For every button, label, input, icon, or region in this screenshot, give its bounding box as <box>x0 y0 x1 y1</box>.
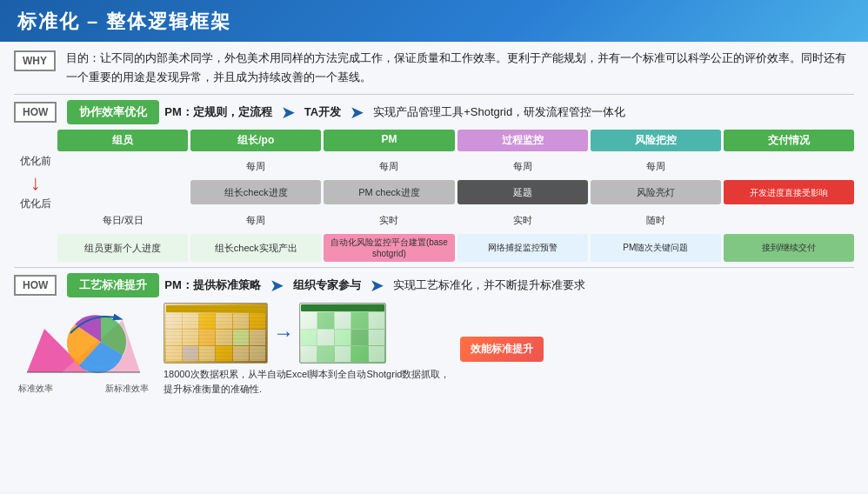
wf-bc2: 组长check进度 <box>190 180 321 204</box>
wf-bt5: 每周 <box>591 154 721 178</box>
screenshot-box: → <box>164 303 386 364</box>
wf-h4: 过程监控 <box>457 130 588 151</box>
wf-at5: 随时 <box>591 208 721 232</box>
divider1 <box>14 94 854 95</box>
wf-before-times: 每周 每周 每周 每周 <box>57 154 854 178</box>
caption: 18000次数据积累，从半自动Excel脚本到全自动Shotgrid数据抓取， … <box>164 367 450 396</box>
chart-label2: 新标准效率 <box>105 383 149 395</box>
wf-ac2: 组长check实现产出 <box>190 234 321 262</box>
wf-at1: 每日/双日 <box>57 208 188 232</box>
wf-bc4: 延题 <box>457 180 588 204</box>
header: 标准化 – 整体逻辑框架 <box>0 0 868 42</box>
wf-header-row: 组员 组长/po PM 过程监控 风险把控 交付情况 <box>57 130 854 151</box>
workflow-grid: 组员 组长/po PM 过程监控 风险把控 交付情况 每周 每周 每周 每周 <box>57 130 854 262</box>
wf-bt1 <box>57 154 188 178</box>
how1-section: HOW 协作效率优化 PM：定规则，定流程 ➤ TA开发 ➤ 实现产品管理工具+… <box>14 100 854 124</box>
arrow-down-icon: ↓ <box>14 172 57 193</box>
how2-section: HOW 工艺标准提升 PM：提供标准策略 ➤ 组织专家参与 ➤ 实现工艺标准化，… <box>14 273 854 297</box>
how2-pm: PM：提供标准策略 <box>164 277 261 293</box>
wf-ac6: 接到/继续交付 <box>724 234 854 262</box>
workflow-left-labels: 优化前 ↓ 优化后 <box>14 130 57 262</box>
wf-ac1: 组员更新个人进度 <box>57 234 188 262</box>
wf-ac5: PM随次关键问题 <box>591 234 721 262</box>
wf-ac3: 自动化风险监控平台建置(base shotgrid) <box>324 234 454 262</box>
chart-area: 标准效率 新标准效率 <box>14 303 153 395</box>
screenshot-area: → <box>164 303 450 396</box>
how2-result: 实现工艺标准化，并不断提升标准要求 <box>393 277 585 293</box>
wf-bt6 <box>724 154 854 178</box>
how2-expert: 组织专家参与 <box>293 277 361 293</box>
wf-after-times: 每日/双日 每周 实时 实时 随时 <box>57 208 854 232</box>
arrow1: ➤ <box>281 102 296 123</box>
wf-h6: 交付情况 <box>724 130 854 151</box>
wf-ac4: 网络捕捉监控预警 <box>457 234 588 262</box>
after-label: 优化后 <box>14 197 57 211</box>
workflow-container: 优化前 ↓ 优化后 组员 组长/po PM 过程监控 风险把控 交付情况 <box>14 130 854 262</box>
how1-badge: 协作效率优化 <box>67 100 159 124</box>
how2-badge: 工艺标准提升 <box>67 273 159 297</box>
wf-bt3: 每周 <box>324 154 454 178</box>
wf-h2: 组长/po <box>190 130 321 151</box>
how2-content: 工艺标准提升 PM：提供标准策略 ➤ 组织专家参与 ➤ 实现工艺标准化，并不断提… <box>67 273 854 297</box>
caption-line2: 提升标准衡量的准确性. <box>164 382 450 397</box>
wf-after-cells: 组员更新个人进度 组长check实现产出 自动化风险监控平台建置(base sh… <box>57 234 854 262</box>
arrow3: ➤ <box>270 275 284 296</box>
screenshot1 <box>164 303 268 364</box>
wf-before-cells: 组长check进度 PM check进度 延题 风险亮灯 开发进度直接受影响 <box>57 180 854 204</box>
caption-line1: 18000次数据积累，从半自动Excel脚本到全自动Shotgrid数据抓取， <box>164 367 450 382</box>
content: WHY 目的：让不同的内部美术同学，外包美术用同样的方法完成工作，保证质量和工作… <box>0 42 868 492</box>
wf-at6 <box>724 208 854 232</box>
chart-label1: 标准效率 <box>18 383 53 395</box>
arrow2: ➤ <box>350 102 364 123</box>
arrow-blue-icon: → <box>273 321 294 345</box>
bottom-section: 标准效率 新标准效率 <box>14 303 854 396</box>
screenshot2-container <box>299 303 386 364</box>
wf-at3: 实时 <box>324 208 454 232</box>
wf-at4: 实时 <box>457 208 588 232</box>
how1-content: 协作效率优化 PM：定规则，定流程 ➤ TA开发 ➤ 实现产品管理工具+Shot… <box>67 100 854 124</box>
wf-bc5: 风险亮灯 <box>591 180 721 204</box>
divider2 <box>14 267 854 268</box>
before-label: 优化前 <box>14 154 57 169</box>
wf-bt2: 每周 <box>190 154 321 178</box>
wf-h3: PM <box>324 130 454 151</box>
result-badge: 效能标准提升 <box>460 337 544 362</box>
chart-labels: 标准效率 新标准效率 <box>18 383 149 395</box>
wf-h5: 风险把控 <box>591 130 721 151</box>
wf-bt4: 每周 <box>457 154 588 178</box>
wf-h1: 组员 <box>57 130 188 151</box>
why-label: WHY <box>14 50 56 71</box>
header-title: 标准化 – 整体逻辑框架 <box>17 9 231 35</box>
slide: 标准化 – 整体逻辑框架 WHY 目的：让不同的内部美术同学，外包美术用同样的方… <box>0 0 868 494</box>
arrow4: ➤ <box>370 275 384 296</box>
screenshot2 <box>299 303 386 364</box>
wf-bc1 <box>57 180 188 204</box>
how1-ta: TA开发 <box>304 104 341 120</box>
chart-svg <box>18 303 149 381</box>
how1-result: 实现产品管理工具+Shotgrid，研发流程管控一体化 <box>373 104 625 120</box>
screenshot1-container <box>164 303 268 364</box>
how1-label: HOW <box>14 102 57 123</box>
wf-at2: 每周 <box>190 208 321 232</box>
wf-bc3: PM check进度 <box>324 180 454 204</box>
how2-label: HOW <box>14 275 57 296</box>
how1-pm: PM：定规则，定流程 <box>164 104 272 120</box>
why-text: 目的：让不同的内部美术同学，外包美术用同样的方法完成工作，保证质量和工作效率。更… <box>66 49 854 87</box>
why-section: WHY 目的：让不同的内部美术同学，外包美术用同样的方法完成工作，保证质量和工作… <box>14 49 854 87</box>
wf-bc6: 开发进度直接受影响 <box>724 180 854 204</box>
